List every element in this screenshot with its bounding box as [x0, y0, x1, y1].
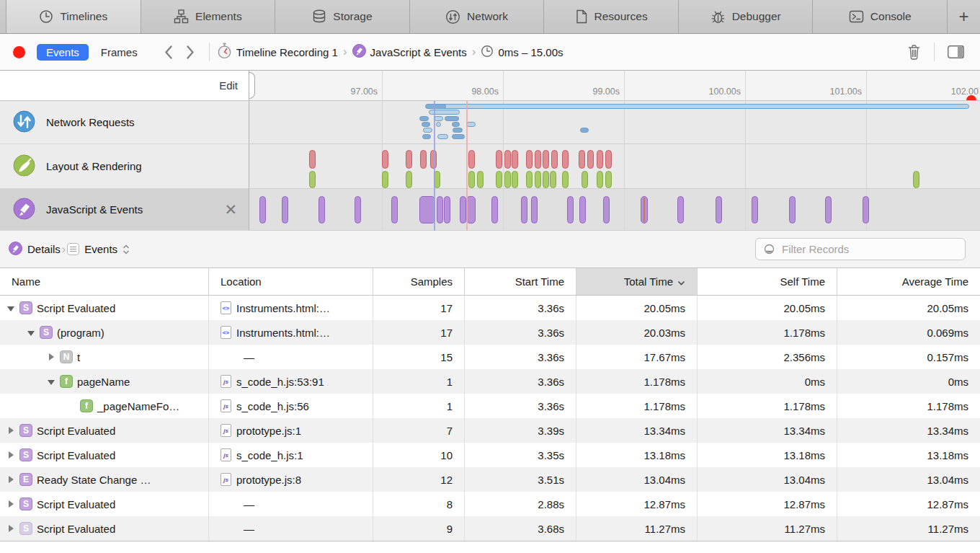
timeline-row-javascript-events[interactable]: JavaScript & Events✕ — [0, 189, 980, 231]
tab-console[interactable]: Console — [813, 0, 948, 33]
network-request-bar[interactable] — [453, 128, 463, 133]
layout-record-pill[interactable] — [587, 150, 594, 169]
network-request-bar[interactable] — [437, 134, 448, 139]
paint-record-pill[interactable] — [605, 171, 612, 188]
timeline-row-sidebar[interactable]: Network Requests — [0, 101, 249, 144]
disclosure-triangle[interactable] — [48, 353, 55, 361]
column-header-samples[interactable]: Samples — [373, 268, 465, 295]
tab-debugger[interactable]: Debugger — [679, 0, 814, 33]
layout-record-pill[interactable] — [382, 150, 388, 169]
layout-record-pill[interactable] — [605, 150, 612, 169]
script-record-pill[interactable] — [318, 196, 325, 224]
layout-record-pill[interactable] — [551, 150, 558, 169]
script-record-pill[interactable] — [603, 196, 610, 224]
close-timeline-button[interactable]: ✕ — [224, 202, 237, 217]
column-header-start-time[interactable]: Start Time — [465, 268, 576, 295]
segment-events[interactable]: Events — [37, 44, 89, 61]
layout-record-pill[interactable] — [512, 150, 518, 169]
script-record-pill[interactable] — [677, 196, 684, 224]
paint-record-pill[interactable] — [477, 171, 484, 188]
column-header-total-time[interactable]: Total Time — [576, 268, 698, 295]
paint-record-pill[interactable] — [597, 171, 603, 188]
script-record-pill[interactable] — [863, 196, 869, 224]
timeline-row-network-requests[interactable]: Network Requests — [0, 101, 980, 144]
network-request-bar[interactable] — [419, 116, 429, 121]
disclosure-triangle[interactable] — [7, 451, 15, 459]
paint-record-pill[interactable] — [913, 171, 919, 188]
network-request-bar[interactable] — [425, 104, 446, 109]
tab-timelines[interactable]: Timelines — [6, 0, 141, 33]
script-record-pill[interactable] — [491, 196, 498, 224]
paint-record-pill[interactable] — [496, 171, 502, 188]
paint-record-pill[interactable] — [526, 171, 533, 188]
paint-record-pill[interactable] — [550, 171, 556, 188]
tab-elements[interactable]: Elements — [141, 0, 276, 33]
details-breadcrumb-item[interactable]: Details — [9, 242, 61, 257]
back-button[interactable] — [157, 45, 179, 60]
script-record-pill[interactable] — [752, 196, 758, 224]
layout-record-pill[interactable] — [535, 150, 541, 169]
tab-network[interactable]: Network — [410, 0, 545, 33]
paint-record-pill[interactable] — [309, 171, 316, 188]
network-request-bar[interactable] — [423, 128, 432, 133]
disclosure-triangle[interactable] — [27, 329, 35, 337]
disclosure-triangle[interactable] — [48, 378, 55, 386]
script-record-pill[interactable] — [437, 196, 443, 224]
table-row[interactable]: EReady State Change …jsprototype.js:8123… — [0, 467, 980, 492]
forward-button[interactable] — [179, 45, 202, 60]
layout-record-pill[interactable] — [597, 150, 603, 169]
script-record-pill[interactable] — [355, 196, 361, 224]
timeline-ruler[interactable]: 97.00s98.00s99.00s100.00s101.00s102.00 — [249, 71, 980, 101]
table-row[interactable]: SScript Evaluated—93.68s11.27ms11.27ms11… — [0, 516, 980, 541]
disclosure-triangle[interactable] — [7, 304, 15, 312]
network-request-bar[interactable] — [580, 128, 589, 133]
paint-record-pill[interactable] — [382, 171, 388, 188]
filter-records-field[interactable] — [755, 238, 966, 260]
layout-record-pill[interactable] — [406, 150, 412, 169]
table-row[interactable]: SScript Evaluatedjsprototype.js:173.39s1… — [0, 418, 980, 443]
breadcrumb-item[interactable]: 0ms – 15.00s — [481, 45, 563, 60]
edit-button[interactable]: Edit — [219, 79, 238, 92]
paint-record-pill[interactable] — [562, 171, 569, 188]
details-sidebar-toggle[interactable] — [942, 45, 970, 58]
layout-record-pill[interactable] — [579, 150, 585, 169]
script-record-pill[interactable] — [460, 196, 466, 224]
disclosure-triangle[interactable] — [7, 525, 15, 533]
paint-record-pill[interactable] — [468, 171, 475, 188]
paint-record-pill[interactable] — [582, 171, 588, 188]
column-header-location[interactable]: Location — [209, 268, 373, 295]
table-row[interactable]: fpageNamejss_code_h.js:53:9113.36s1.178m… — [0, 369, 980, 394]
clear-timeline-button[interactable] — [901, 44, 927, 60]
timeline-row-layout-rendering[interactable]: Layout & Rendering — [0, 144, 980, 189]
script-record-pill[interactable] — [259, 196, 266, 224]
network-request-bar[interactable] — [422, 134, 431, 139]
script-record-pill[interactable] — [579, 196, 586, 224]
script-record-pill[interactable] — [567, 196, 574, 224]
paint-record-pill[interactable] — [504, 171, 511, 188]
layout-record-pill[interactable] — [562, 150, 569, 169]
paint-record-pill[interactable] — [535, 171, 541, 188]
layout-record-pill[interactable] — [504, 150, 511, 169]
paint-record-pill[interactable] — [543, 171, 549, 188]
disclosure-triangle[interactable] — [7, 500, 15, 508]
script-record-pill[interactable] — [716, 196, 722, 224]
network-request-bar[interactable] — [452, 134, 465, 139]
network-request-bar[interactable] — [452, 122, 460, 127]
layout-record-pill[interactable] — [496, 150, 502, 169]
network-request-bar[interactable] — [445, 116, 459, 121]
layout-record-pill[interactable] — [526, 150, 533, 169]
script-record-pill[interactable] — [825, 196, 832, 224]
column-header-name[interactable]: Name — [0, 268, 209, 295]
paint-record-pill[interactable] — [512, 171, 518, 188]
view-selector[interactable]: Events — [67, 243, 130, 255]
timeline-row-sidebar[interactable]: JavaScript & Events✕ — [0, 189, 249, 231]
disclosure-triangle[interactable] — [7, 476, 15, 484]
script-record-pill[interactable] — [391, 196, 398, 224]
disclosure-triangle[interactable] — [7, 427, 15, 435]
new-tab-button[interactable]: + — [948, 0, 980, 33]
script-record-pill[interactable] — [444, 196, 450, 224]
timeline-row-sidebar[interactable]: Layout & Rendering — [0, 144, 249, 189]
network-request-bar[interactable] — [422, 122, 430, 127]
table-row[interactable]: SScript Evaluated<>Instruments.html:…173… — [0, 296, 980, 320]
script-record-pill[interactable] — [789, 196, 796, 224]
